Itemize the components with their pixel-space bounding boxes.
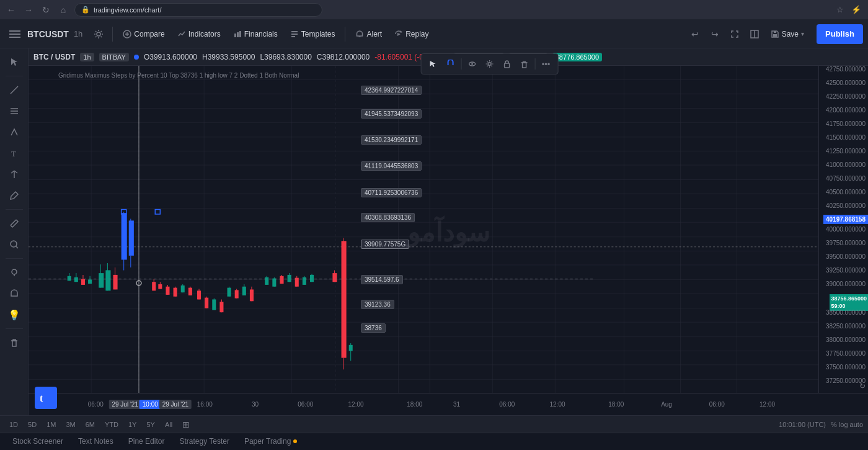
lock-btn[interactable] (499, 56, 515, 72)
forward-button[interactable]: → (22, 4, 35, 16)
price-tick: 41000.000000 (826, 161, 866, 168)
redo-button[interactable]: ↪ (706, 25, 724, 43)
tf-ytd[interactable]: YTD (100, 418, 123, 431)
price-axis: 42750.000000 42500.000000 42250.000000 4… (818, 66, 868, 393)
watermark: سودآمو (407, 217, 490, 247)
svg-point-37 (471, 63, 473, 65)
text-tool[interactable]: T (3, 143, 25, 163)
templates-button[interactable]: Templates (285, 25, 340, 43)
svg-rect-90 (99, 273, 104, 288)
svg-rect-92 (105, 270, 110, 290)
chart-area[interactable]: BTC / USDT 1h BITBAY O39913.600000 H3993… (29, 48, 868, 415)
financials-label: Financials (244, 30, 278, 38)
price-tick: 38000.000000 (826, 336, 866, 343)
magnet-btn[interactable] (443, 56, 459, 72)
reload-button[interactable]: ↻ (40, 4, 52, 16)
sidebar-divider-4 (6, 328, 23, 329)
financials-button[interactable]: Financials (228, 25, 283, 43)
tf-1d[interactable]: 1D (5, 418, 22, 431)
symbol-display[interactable]: BTCUSDT (27, 29, 69, 39)
sidebar-divider-3 (6, 258, 23, 259)
time-tick-1800: 18:00 (407, 401, 422, 408)
compare-label: Compare (134, 30, 164, 38)
trash-icon[interactable] (3, 333, 25, 353)
line-tool[interactable] (3, 80, 25, 100)
delete-btn[interactable] (516, 56, 533, 72)
tv-logo[interactable]: t (35, 387, 57, 409)
watchlist-icon[interactable] (3, 263, 25, 282)
level-39514: 39514.597.6 (361, 275, 403, 284)
svg-rect-19 (774, 31, 776, 33)
replay-label: Replay (405, 30, 428, 38)
time-tick-1000: 10:00 (140, 400, 161, 409)
time-tick-29jul: 29 Jul '21 (108, 400, 141, 409)
tf-5d[interactable]: 5D (24, 418, 41, 431)
time-tick-1800-2: 18:00 (608, 401, 624, 408)
brush-tool[interactable] (3, 186, 25, 205)
indicators-button[interactable]: Indicators (172, 25, 226, 43)
tab-text-notes[interactable]: Text Notes (71, 433, 121, 451)
more-btn[interactable]: ••• (538, 56, 554, 72)
tf-1y[interactable]: 1Y (124, 418, 141, 431)
measure-tool[interactable] (3, 214, 25, 233)
time-tick-aug: Aug (661, 401, 672, 408)
back-button[interactable]: ← (5, 4, 17, 16)
level-38736: 38736 (361, 323, 386, 333)
main-layout: T 💡 BTC / USDT 1h (0, 48, 868, 415)
home-button[interactable]: ⌂ (57, 4, 69, 16)
tab-strategy-tester[interactable]: Strategy Tester (172, 433, 236, 451)
bookmark-icon[interactable]: ☆ (833, 3, 847, 17)
price-tick: 40250.000000 (826, 202, 866, 209)
templates-label: Templates (301, 30, 335, 38)
tf-6m[interactable]: 6M (81, 418, 99, 431)
fullscreen-button[interactable] (726, 25, 743, 43)
settings-btn[interactable] (482, 56, 498, 72)
alert-label: Alert (366, 30, 382, 38)
replay-button[interactable]: Replay (389, 25, 433, 43)
svg-rect-32 (12, 341, 16, 346)
svg-rect-118 (212, 299, 216, 310)
gann-tool[interactable] (3, 122, 25, 142)
eye-btn[interactable] (464, 56, 480, 72)
fibonacci-tool[interactable] (3, 101, 25, 121)
compare-button[interactable]: Compare (118, 25, 169, 43)
alert-button[interactable]: Alert (350, 25, 387, 43)
layout-button[interactable] (746, 25, 763, 43)
price-tick: 42250.000000 (826, 93, 866, 100)
publish-button[interactable]: Publish (817, 24, 863, 44)
svg-rect-82 (68, 276, 71, 281)
level-42364: 42364.9927227014 (361, 86, 422, 95)
svg-rect-136 (288, 275, 291, 282)
log-mode[interactable]: % log auto (831, 421, 863, 428)
price-tick: 37500.000000 (826, 364, 866, 371)
tf-1m[interactable]: 1M (42, 418, 60, 431)
price-tick: 41500.000000 (826, 134, 866, 141)
refresh-icon[interactable]: ↻ (859, 382, 866, 390)
alerts-icon[interactable] (3, 284, 25, 304)
svg-rect-128 (250, 289, 254, 301)
zoom-tool[interactable] (3, 235, 25, 254)
undo-button[interactable]: ↩ (686, 25, 704, 43)
tf-manage[interactable]: ⊞ (178, 418, 194, 431)
hamburger-menu[interactable] (5, 24, 25, 44)
svg-point-28 (11, 241, 17, 247)
timeframe-display[interactable]: 1h (74, 29, 82, 38)
pitchfork-tool[interactable] (3, 164, 25, 184)
save-button[interactable]: Save ▾ (766, 25, 809, 43)
time-tick-31: 31 (453, 401, 460, 408)
tab-pine-editor[interactable]: Pine Editor (121, 433, 172, 451)
tf-3m[interactable]: 3M (61, 418, 79, 431)
pointer-tool-btn[interactable] (425, 56, 441, 72)
timeframe-badge: 1h (80, 53, 94, 61)
level-41119: 41119.0445536803 (361, 161, 422, 171)
settings-icon[interactable] (90, 25, 107, 43)
cursor-tool[interactable] (3, 52, 25, 72)
extensions-icon[interactable]: ⚡ (849, 3, 863, 17)
ideas-icon[interactable]: 💡 (3, 305, 25, 325)
address-bar[interactable]: 🔒 tradingview.com/chart/ (74, 3, 322, 17)
tab-stock-screener[interactable]: Stock Screener (5, 433, 71, 451)
tf-all[interactable]: All (161, 418, 177, 431)
paper-trading-dot (293, 439, 297, 443)
tab-paper-trading[interactable]: Paper Trading (237, 433, 304, 451)
tf-5y[interactable]: 5Y (142, 418, 159, 431)
